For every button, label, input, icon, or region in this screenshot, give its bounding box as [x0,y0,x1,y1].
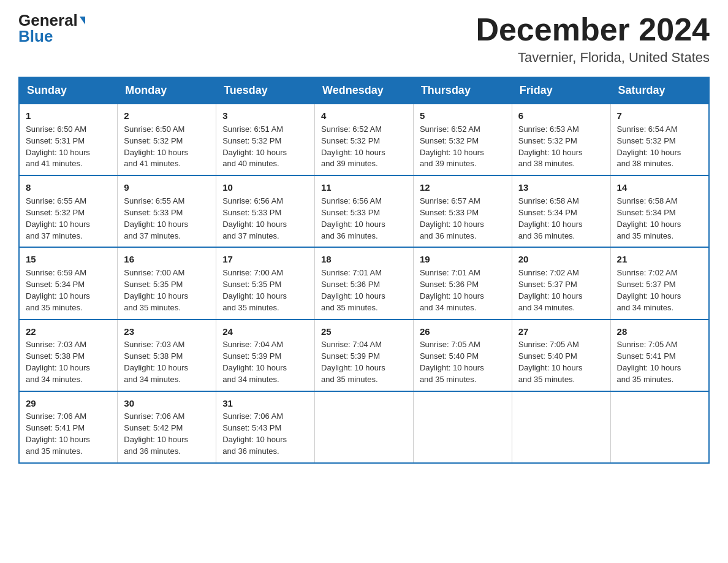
weekday-header-saturday: Saturday [610,77,709,104]
day-cell: 1Sunrise: 6:50 AMSunset: 5:31 PMDaylight… [19,104,118,175]
day-cell: 13Sunrise: 6:58 AMSunset: 5:34 PMDayligh… [512,175,610,247]
day-number: 25 [321,325,407,339]
day-cell: 29Sunrise: 7:06 AMSunset: 5:41 PMDayligh… [19,391,118,463]
day-cell: 26Sunrise: 7:05 AMSunset: 5:40 PMDayligh… [413,320,512,391]
day-info: Sunrise: 7:03 AMSunset: 5:38 PMDaylight:… [124,339,210,385]
day-info: Sunrise: 6:55 AMSunset: 5:33 PMDaylight:… [124,196,210,242]
day-info: Sunrise: 7:00 AMSunset: 5:35 PMDaylight:… [124,267,210,313]
day-info: Sunrise: 6:56 AMSunset: 5:33 PMDaylight:… [222,196,308,242]
weekday-header-wednesday: Wednesday [315,77,414,104]
day-info: Sunrise: 7:06 AMSunset: 5:43 PMDaylight:… [222,411,308,457]
day-info: Sunrise: 6:50 AMSunset: 5:31 PMDaylight:… [26,124,111,170]
day-number: 30 [124,397,210,410]
day-cell: 7Sunrise: 6:54 AMSunset: 5:32 PMDaylight… [610,104,709,175]
week-row-3: 15Sunrise: 6:59 AMSunset: 5:34 PMDayligh… [19,247,709,319]
day-cell: 23Sunrise: 7:03 AMSunset: 5:38 PMDayligh… [118,320,216,391]
page-header: General Blue December 2024 Tavernier, Fl… [18,12,710,66]
day-info: Sunrise: 6:59 AMSunset: 5:34 PMDaylight:… [26,267,111,313]
day-cell: 11Sunrise: 6:56 AMSunset: 5:33 PMDayligh… [315,175,414,247]
day-number: 8 [26,181,111,194]
day-number: 31 [222,397,308,410]
day-cell: 25Sunrise: 7:04 AMSunset: 5:39 PMDayligh… [315,320,414,391]
day-info: Sunrise: 6:58 AMSunset: 5:34 PMDaylight:… [617,196,702,242]
weekday-header-thursday: Thursday [413,77,512,104]
title-block: December 2024 Tavernier, Florida, United… [476,12,710,66]
day-info: Sunrise: 6:51 AMSunset: 5:32 PMDaylight:… [222,124,308,170]
day-info: Sunrise: 6:52 AMSunset: 5:32 PMDaylight:… [420,124,506,170]
day-number: 1 [26,109,111,123]
day-cell: 8Sunrise: 6:55 AMSunset: 5:32 PMDaylight… [19,175,118,247]
week-row-1: 1Sunrise: 6:50 AMSunset: 5:31 PMDaylight… [19,104,709,175]
day-info: Sunrise: 6:57 AMSunset: 5:33 PMDaylight:… [420,196,506,242]
day-info: Sunrise: 7:05 AMSunset: 5:40 PMDaylight:… [518,339,604,385]
week-row-2: 8Sunrise: 6:55 AMSunset: 5:32 PMDaylight… [19,175,709,247]
calendar-table: SundayMondayTuesdayWednesdayThursdayFrid… [18,77,710,464]
day-number: 21 [617,253,702,266]
location-title: Tavernier, Florida, United States [476,50,710,66]
day-info: Sunrise: 6:55 AMSunset: 5:32 PMDaylight:… [26,196,111,242]
day-info: Sunrise: 6:50 AMSunset: 5:32 PMDaylight:… [124,124,210,170]
weekday-header-row: SundayMondayTuesdayWednesdayThursdayFrid… [19,77,709,104]
day-cell: 2Sunrise: 6:50 AMSunset: 5:32 PMDaylight… [118,104,216,175]
day-cell: 14Sunrise: 6:58 AMSunset: 5:34 PMDayligh… [610,175,709,247]
day-cell: 30Sunrise: 7:06 AMSunset: 5:42 PMDayligh… [118,391,216,463]
day-info: Sunrise: 6:58 AMSunset: 5:34 PMDaylight:… [518,196,604,242]
day-number: 4 [321,109,407,123]
day-number: 15 [26,253,111,266]
day-cell: 19Sunrise: 7:01 AMSunset: 5:36 PMDayligh… [413,247,512,319]
day-number: 22 [26,325,111,339]
day-cell [315,391,414,463]
weekday-header-friday: Friday [512,77,610,104]
day-cell: 27Sunrise: 7:05 AMSunset: 5:40 PMDayligh… [512,320,610,391]
day-cell: 6Sunrise: 6:53 AMSunset: 5:32 PMDaylight… [512,104,610,175]
day-info: Sunrise: 6:54 AMSunset: 5:32 PMDaylight:… [617,124,702,170]
day-cell: 21Sunrise: 7:02 AMSunset: 5:37 PMDayligh… [610,247,709,319]
day-number: 6 [518,109,604,123]
day-number: 11 [321,181,407,194]
day-info: Sunrise: 7:04 AMSunset: 5:39 PMDaylight:… [222,339,308,385]
week-row-4: 22Sunrise: 7:03 AMSunset: 5:38 PMDayligh… [19,320,709,391]
weekday-header-tuesday: Tuesday [216,77,315,104]
day-number: 5 [420,109,506,123]
day-cell: 4Sunrise: 6:52 AMSunset: 5:32 PMDaylight… [315,104,414,175]
logo-line1: General [18,12,85,28]
day-number: 16 [124,253,210,266]
day-number: 23 [124,325,210,339]
week-row-5: 29Sunrise: 7:06 AMSunset: 5:41 PMDayligh… [19,391,709,463]
day-number: 3 [222,109,308,123]
day-cell: 28Sunrise: 7:05 AMSunset: 5:41 PMDayligh… [610,320,709,391]
month-title: December 2024 [476,12,710,47]
day-number: 24 [222,325,308,339]
logo-line2: Blue [18,28,53,44]
day-cell: 10Sunrise: 6:56 AMSunset: 5:33 PMDayligh… [216,175,315,247]
day-number: 27 [518,325,604,339]
day-cell: 31Sunrise: 7:06 AMSunset: 5:43 PMDayligh… [216,391,315,463]
day-cell: 5Sunrise: 6:52 AMSunset: 5:32 PMDaylight… [413,104,512,175]
day-number: 2 [124,109,210,123]
day-cell: 20Sunrise: 7:02 AMSunset: 5:37 PMDayligh… [512,247,610,319]
day-number: 17 [222,253,308,266]
day-number: 28 [617,325,702,339]
day-cell: 24Sunrise: 7:04 AMSunset: 5:39 PMDayligh… [216,320,315,391]
day-number: 14 [617,181,702,194]
day-info: Sunrise: 6:52 AMSunset: 5:32 PMDaylight:… [321,124,407,170]
day-info: Sunrise: 7:06 AMSunset: 5:42 PMDaylight:… [124,411,210,457]
day-cell: 15Sunrise: 6:59 AMSunset: 5:34 PMDayligh… [19,247,118,319]
day-cell [512,391,610,463]
day-info: Sunrise: 7:04 AMSunset: 5:39 PMDaylight:… [321,339,407,385]
day-info: Sunrise: 7:02 AMSunset: 5:37 PMDaylight:… [617,267,702,313]
day-cell: 17Sunrise: 7:00 AMSunset: 5:35 PMDayligh… [216,247,315,319]
logo: General Blue [18,12,85,44]
day-cell: 9Sunrise: 6:55 AMSunset: 5:33 PMDaylight… [118,175,216,247]
day-cell: 3Sunrise: 6:51 AMSunset: 5:32 PMDaylight… [216,104,315,175]
day-cell: 22Sunrise: 7:03 AMSunset: 5:38 PMDayligh… [19,320,118,391]
day-cell [610,391,709,463]
day-number: 10 [222,181,308,194]
day-number: 9 [124,181,210,194]
day-cell [413,391,512,463]
day-cell: 18Sunrise: 7:01 AMSunset: 5:36 PMDayligh… [315,247,414,319]
day-info: Sunrise: 7:06 AMSunset: 5:41 PMDaylight:… [26,411,111,457]
day-cell: 12Sunrise: 6:57 AMSunset: 5:33 PMDayligh… [413,175,512,247]
day-info: Sunrise: 6:53 AMSunset: 5:32 PMDaylight:… [518,124,604,170]
day-info: Sunrise: 6:56 AMSunset: 5:33 PMDaylight:… [321,196,407,242]
